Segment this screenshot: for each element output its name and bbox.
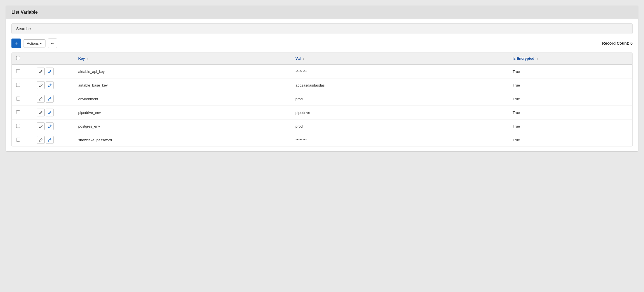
row-actions	[37, 122, 69, 130]
actions-label: Actions	[27, 41, 39, 46]
row-actions	[37, 109, 69, 116]
col-val-sort-icon: ↕	[303, 57, 304, 60]
col-key-sort-icon: ↕	[87, 57, 89, 60]
row-edit-button[interactable]	[37, 81, 45, 89]
row-checkbox-cell	[12, 106, 32, 119]
row-clear-button[interactable]	[46, 95, 54, 103]
row-actions-cell	[32, 119, 74, 133]
col-header-encrypted[interactable]: Is Encrypted ↕	[508, 53, 632, 64]
clear-icon	[48, 138, 52, 142]
row-is-encrypted: True	[508, 64, 632, 78]
row-key: snowflake_password	[74, 133, 291, 147]
clear-icon	[48, 83, 52, 87]
table-row: snowflake_password********True	[12, 133, 632, 147]
col-encrypted-label: Is Encrypted	[513, 56, 534, 61]
data-table: Key ↕ Val ↕ Is Encrypted ↕	[12, 53, 632, 147]
row-actions	[37, 81, 69, 89]
toolbar-right: Record Count: 6	[602, 41, 633, 46]
search-bar: Search ▾	[11, 23, 633, 34]
record-count: Record Count: 6	[602, 41, 633, 46]
toolbar: + Actions ▾ ← Record Count: 6	[11, 39, 633, 48]
table-header: Key ↕ Val ↕ Is Encrypted ↕	[12, 53, 632, 64]
row-clear-button[interactable]	[46, 81, 54, 89]
row-checkbox[interactable]	[16, 124, 20, 128]
row-is-encrypted: True	[508, 78, 632, 92]
row-is-encrypted: True	[508, 92, 632, 106]
edit-icon	[39, 83, 43, 87]
row-is-encrypted: True	[508, 119, 632, 133]
row-actions-cell	[32, 133, 74, 147]
toolbar-left: + Actions ▾ ←	[11, 39, 57, 48]
row-checkbox[interactable]	[16, 138, 20, 142]
back-button[interactable]: ←	[48, 39, 57, 48]
row-val: ********	[291, 64, 508, 78]
clear-icon	[48, 125, 52, 128]
search-dropdown-button[interactable]: Search ▾	[16, 27, 31, 31]
clear-icon	[48, 111, 52, 114]
row-actions	[37, 68, 69, 75]
row-key: airtable_base_key	[74, 78, 291, 92]
col-header-key[interactable]: Key ↕	[74, 53, 291, 64]
table-row: environmentprodTrue	[12, 92, 632, 106]
row-val: ********	[291, 133, 508, 147]
table-row: airtable_api_key********True	[12, 64, 632, 78]
clear-icon	[48, 97, 52, 101]
row-actions-cell	[32, 92, 74, 106]
row-edit-button[interactable]	[37, 109, 45, 116]
data-table-wrapper: Key ↕ Val ↕ Is Encrypted ↕	[11, 52, 633, 147]
row-checkbox[interactable]	[16, 110, 20, 114]
panel-body: Search ▾ + Actions ▾ ← Record Count: 6	[6, 19, 638, 151]
main-panel: List Variable Search ▾ + Actions ▾ ← Rec…	[6, 6, 638, 152]
row-checkbox[interactable]	[16, 83, 20, 87]
col-val-label: Val	[295, 56, 301, 61]
table-row: postgres_envprodTrue	[12, 119, 632, 133]
row-edit-button[interactable]	[37, 122, 45, 130]
row-val: pipedrive	[291, 106, 508, 119]
row-clear-button[interactable]	[46, 136, 54, 144]
row-key: airtable_api_key	[74, 64, 291, 78]
row-edit-button[interactable]	[37, 95, 45, 103]
row-actions-cell	[32, 78, 74, 92]
row-is-encrypted: True	[508, 106, 632, 119]
edit-icon	[39, 70, 43, 73]
edit-icon	[39, 97, 43, 101]
row-key: environment	[74, 92, 291, 106]
row-clear-button[interactable]	[46, 122, 54, 130]
table-row: airtable_base_keyappzasdasdasdasTrue	[12, 78, 632, 92]
panel-header: List Variable	[6, 6, 638, 19]
select-all-checkbox[interactable]	[16, 56, 20, 60]
edit-icon	[39, 125, 43, 128]
actions-button[interactable]: Actions ▾	[23, 39, 45, 47]
col-header-checkbox	[12, 53, 32, 64]
edit-icon	[39, 138, 43, 142]
panel-title: List Variable	[11, 10, 38, 15]
edit-icon	[39, 111, 43, 114]
row-edit-button[interactable]	[37, 68, 45, 75]
col-header-val[interactable]: Val ↕	[291, 53, 508, 64]
table-body: airtable_api_key********True airtable_ba…	[12, 64, 632, 147]
col-key-label: Key	[78, 56, 85, 61]
row-key: postgres_env	[74, 119, 291, 133]
row-actions-cell	[32, 106, 74, 119]
row-val: appzasdasdasdas	[291, 78, 508, 92]
actions-caret: ▾	[40, 41, 42, 46]
row-checkbox[interactable]	[16, 69, 20, 73]
row-edit-button[interactable]	[37, 136, 45, 144]
row-actions-cell	[32, 64, 74, 78]
col-header-actions	[32, 53, 74, 64]
row-checkbox-cell	[12, 78, 32, 92]
row-clear-button[interactable]	[46, 68, 54, 75]
add-button[interactable]: +	[11, 39, 21, 48]
search-caret: ▾	[30, 27, 31, 30]
row-actions	[37, 95, 69, 103]
row-val: prod	[291, 119, 508, 133]
row-checkbox-cell	[12, 92, 32, 106]
row-val: prod	[291, 92, 508, 106]
row-checkbox[interactable]	[16, 97, 20, 100]
row-checkbox-cell	[12, 133, 32, 147]
row-clear-button[interactable]	[46, 109, 54, 116]
clear-icon	[48, 70, 52, 73]
row-actions	[37, 136, 69, 144]
row-checkbox-cell	[12, 119, 32, 133]
col-encrypted-sort-icon: ↕	[537, 57, 538, 60]
